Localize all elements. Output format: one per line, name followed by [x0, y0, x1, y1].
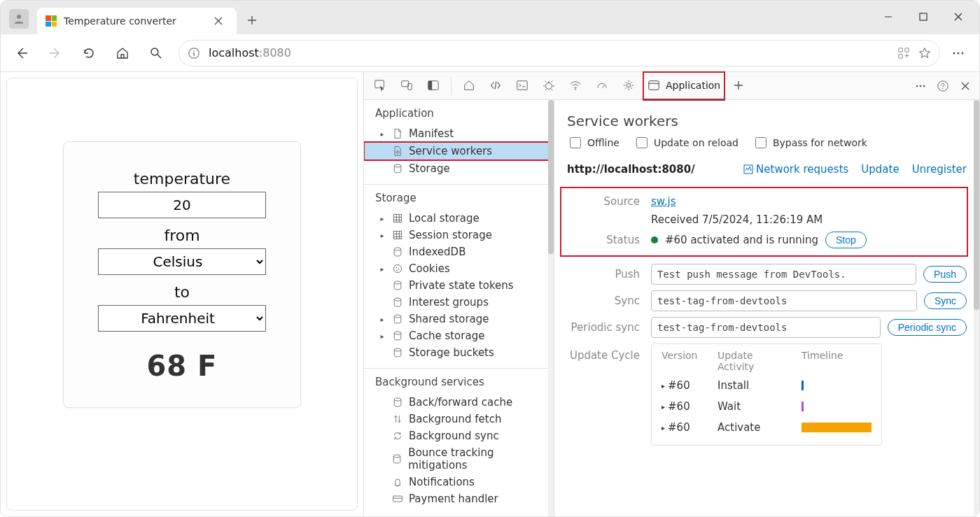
devtools-tab-application[interactable]: Application [643, 72, 724, 100]
checkbox-update-on-reload[interactable]: Update on reload [634, 135, 738, 150]
disclosure-triangle-icon: ▸ [378, 332, 386, 340]
sidebar-item[interactable]: ▸Interest groups [364, 294, 554, 311]
home-icon [463, 79, 475, 92]
link-network-requests[interactable]: Network requests [743, 163, 848, 176]
sidebar-item[interactable]: ▸Notifications [364, 474, 554, 490]
sidebar-item[interactable]: ▸Back/forward cache [364, 394, 554, 411]
sw-stop-button[interactable]: Stop [825, 232, 867, 248]
application-sidebar[interactable]: Application▸Manifest▸Service workers▸Sto… [364, 100, 554, 516]
sidebar-scrollbar[interactable] [548, 100, 554, 516]
cycle-row[interactable]: ▸ #60Install [662, 375, 872, 396]
devtools-tab-add[interactable] [727, 72, 750, 100]
db-icon [392, 297, 403, 308]
select-from[interactable]: Celsius [98, 248, 266, 275]
sidebar-item[interactable]: ▸Service workers [364, 142, 554, 160]
input-push[interactable] [651, 264, 916, 285]
sidebar-group-title: Background services [364, 369, 554, 394]
select-to[interactable]: Fahrenheit [98, 305, 266, 332]
devtools-tab-welcome[interactable] [457, 72, 481, 100]
input-periodic-sync[interactable] [651, 317, 881, 338]
devtools-tab-dock[interactable] [421, 72, 445, 100]
svg-point-25 [394, 164, 401, 167]
sidebar-item[interactable]: ▸Background fetch [364, 411, 554, 427]
arrow-left-icon [15, 46, 29, 60]
sidebar-item[interactable]: ▸Cookies [364, 260, 554, 277]
address-bar[interactable]: localhost:8080 [178, 40, 940, 66]
title-bar: Temperature converter [1, 1, 979, 34]
label-to: to [80, 283, 284, 301]
devtools-tab-memory[interactable] [617, 72, 640, 100]
devtools-help-button[interactable] [933, 76, 953, 96]
nav-back-button[interactable] [8, 39, 36, 67]
nav-controls [8, 39, 170, 67]
code-icon [489, 79, 502, 92]
sidebar-item[interactable]: ▸Background sync [364, 427, 554, 444]
window-minimize-button[interactable] [873, 6, 904, 27]
sidebar-item[interactable]: ▸Storage [364, 160, 554, 177]
link-update[interactable]: Update [861, 163, 899, 176]
cycle-row[interactable]: ▸ #60Wait [662, 396, 872, 417]
gear-icon [622, 79, 635, 92]
button-push[interactable]: Push [923, 266, 967, 283]
checkbox-bypass[interactable]: Bypass for network [752, 135, 867, 150]
nav-forward-button [41, 39, 69, 67]
browser-menu-button[interactable] [944, 39, 972, 67]
devtools-tab-sources[interactable] [537, 72, 561, 100]
site-info-icon[interactable] [188, 47, 200, 59]
button-sync[interactable]: Sync [924, 292, 967, 309]
nav-reload-button[interactable] [75, 39, 103, 67]
nav-home-button[interactable] [108, 39, 136, 67]
svg-rect-15 [517, 80, 527, 90]
devtools-tab-elements[interactable] [484, 72, 507, 100]
sidebar-item-label: Payment handler [409, 493, 498, 505]
devtools-tab-device[interactable] [395, 72, 419, 100]
sidebar-item[interactable]: ▸Local storage [364, 210, 554, 227]
db-icon [392, 347, 403, 358]
apps-icon[interactable] [897, 47, 910, 59]
checkbox-offline[interactable]: Offline [567, 135, 620, 150]
cycle-row[interactable]: ▸ #60Activate [662, 417, 872, 438]
tab-close-button[interactable] [209, 11, 228, 31]
gauge-icon [596, 79, 608, 92]
sw-status-text: #60 activated and is running [665, 234, 818, 246]
devtools-close-button[interactable] [955, 76, 975, 96]
disclosure-triangle-icon: ▸ [378, 232, 386, 239]
sidebar-item[interactable]: ▸Manifest [364, 125, 554, 142]
devtools-tab-network[interactable] [564, 72, 587, 100]
sw-source-link[interactable]: sw.js [651, 195, 676, 208]
nav-search-button[interactable] [142, 39, 170, 67]
sidebar-item[interactable]: ▸Private state tokens [364, 277, 554, 294]
devtools-tab-performance[interactable] [590, 72, 614, 100]
browser-tab[interactable]: Temperature converter [37, 8, 237, 34]
sidebar-item[interactable]: ▸Storage buckets [364, 344, 554, 361]
favorite-icon[interactable] [918, 47, 931, 59]
sidebar-item[interactable]: ▸Shared storage [364, 311, 554, 327]
panel-scrollbar[interactable] [974, 100, 979, 516]
svg-point-35 [394, 315, 401, 318]
sw-origin: http://localhost:8080/ [567, 163, 731, 176]
sidebar-item[interactable]: ▸Bounce tracking mitigations [364, 444, 554, 474]
window-close-button[interactable] [943, 6, 974, 27]
sidebar-item[interactable]: ▸Session storage [364, 227, 554, 243]
sidebar-item[interactable]: ▸IndexedDB [364, 243, 554, 260]
window-maximize-button[interactable] [908, 6, 939, 27]
sidebar-item-label: Background sync [409, 430, 499, 442]
devtools-more-button[interactable] [911, 76, 930, 96]
devtools-tab-inspect[interactable] [368, 72, 392, 100]
device-icon [400, 79, 413, 92]
sidebar-item[interactable]: ▸Cache storage [364, 327, 554, 344]
devtools-tabstrip: Application [364, 72, 979, 100]
input-temperature[interactable] [98, 192, 266, 218]
help-icon [937, 80, 949, 92]
sidebar-item-label: Back/forward cache [409, 396, 512, 409]
grid-icon [392, 229, 403, 241]
input-sync[interactable] [651, 290, 917, 311]
devtools-tab-console[interactable] [510, 72, 534, 100]
new-tab-button[interactable] [242, 10, 262, 30]
sidebar-item[interactable]: ▸Payment handler [364, 490, 554, 507]
profile-avatar[interactable] [9, 9, 29, 29]
svg-point-32 [396, 270, 398, 271]
svg-point-34 [394, 298, 401, 301]
link-unregister[interactable]: Unregister [912, 163, 967, 176]
button-periodic-sync[interactable]: Periodic sync [888, 319, 967, 336]
